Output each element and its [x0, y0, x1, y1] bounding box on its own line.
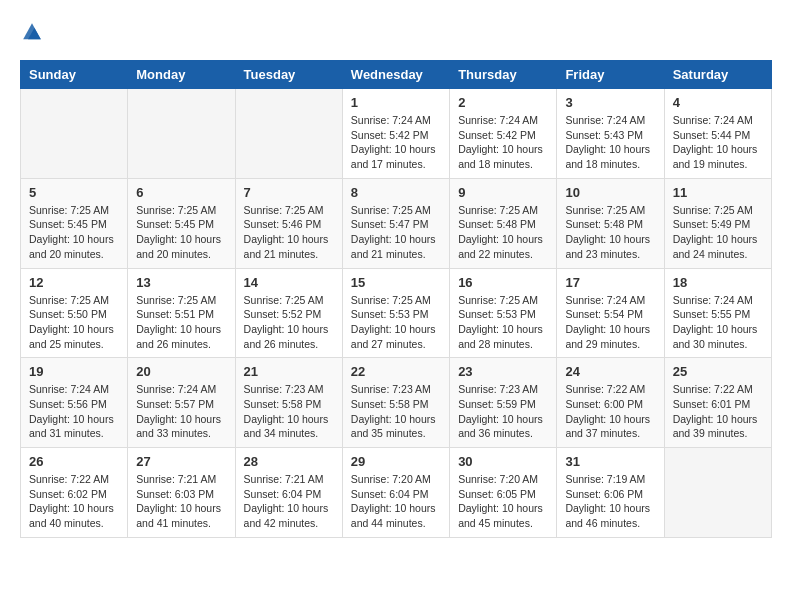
day-number: 25	[673, 364, 763, 379]
calendar-day-cell: 3Sunrise: 7:24 AMSunset: 5:43 PMDaylight…	[557, 89, 664, 179]
calendar-week-row: 26Sunrise: 7:22 AMSunset: 6:02 PMDayligh…	[21, 448, 772, 538]
day-number: 30	[458, 454, 548, 469]
day-info: Sunrise: 7:25 AMSunset: 5:45 PMDaylight:…	[29, 203, 119, 262]
day-number: 3	[565, 95, 655, 110]
calendar-week-row: 12Sunrise: 7:25 AMSunset: 5:50 PMDayligh…	[21, 268, 772, 358]
day-number: 1	[351, 95, 441, 110]
day-info: Sunrise: 7:24 AMSunset: 5:42 PMDaylight:…	[351, 113, 441, 172]
calendar-day-cell: 27Sunrise: 7:21 AMSunset: 6:03 PMDayligh…	[128, 448, 235, 538]
calendar-day-cell	[664, 448, 771, 538]
day-number: 11	[673, 185, 763, 200]
calendar-day-cell: 16Sunrise: 7:25 AMSunset: 5:53 PMDayligh…	[450, 268, 557, 358]
day-info: Sunrise: 7:24 AMSunset: 5:54 PMDaylight:…	[565, 293, 655, 352]
day-info: Sunrise: 7:25 AMSunset: 5:51 PMDaylight:…	[136, 293, 226, 352]
day-number: 13	[136, 275, 226, 290]
calendar-day-cell: 30Sunrise: 7:20 AMSunset: 6:05 PMDayligh…	[450, 448, 557, 538]
calendar-header-row: SundayMondayTuesdayWednesdayThursdayFrid…	[21, 61, 772, 89]
calendar-day-cell: 4Sunrise: 7:24 AMSunset: 5:44 PMDaylight…	[664, 89, 771, 179]
day-number: 15	[351, 275, 441, 290]
calendar-day-cell: 11Sunrise: 7:25 AMSunset: 5:49 PMDayligh…	[664, 178, 771, 268]
day-number: 14	[244, 275, 334, 290]
calendar-day-cell: 8Sunrise: 7:25 AMSunset: 5:47 PMDaylight…	[342, 178, 449, 268]
calendar-day-cell: 5Sunrise: 7:25 AMSunset: 5:45 PMDaylight…	[21, 178, 128, 268]
day-info: Sunrise: 7:25 AMSunset: 5:46 PMDaylight:…	[244, 203, 334, 262]
day-info: Sunrise: 7:25 AMSunset: 5:50 PMDaylight:…	[29, 293, 119, 352]
calendar-day-cell: 19Sunrise: 7:24 AMSunset: 5:56 PMDayligh…	[21, 358, 128, 448]
calendar-day-cell: 1Sunrise: 7:24 AMSunset: 5:42 PMDaylight…	[342, 89, 449, 179]
day-number: 31	[565, 454, 655, 469]
day-of-week-header: Monday	[128, 61, 235, 89]
calendar-day-cell: 25Sunrise: 7:22 AMSunset: 6:01 PMDayligh…	[664, 358, 771, 448]
day-number: 10	[565, 185, 655, 200]
calendar-day-cell: 20Sunrise: 7:24 AMSunset: 5:57 PMDayligh…	[128, 358, 235, 448]
day-info: Sunrise: 7:24 AMSunset: 5:44 PMDaylight:…	[673, 113, 763, 172]
calendar-day-cell	[235, 89, 342, 179]
day-of-week-header: Thursday	[450, 61, 557, 89]
day-info: Sunrise: 7:20 AMSunset: 6:05 PMDaylight:…	[458, 472, 548, 531]
day-info: Sunrise: 7:25 AMSunset: 5:48 PMDaylight:…	[565, 203, 655, 262]
calendar-day-cell: 10Sunrise: 7:25 AMSunset: 5:48 PMDayligh…	[557, 178, 664, 268]
day-number: 26	[29, 454, 119, 469]
calendar-day-cell: 28Sunrise: 7:21 AMSunset: 6:04 PMDayligh…	[235, 448, 342, 538]
day-number: 22	[351, 364, 441, 379]
day-number: 20	[136, 364, 226, 379]
calendar-day-cell: 22Sunrise: 7:23 AMSunset: 5:58 PMDayligh…	[342, 358, 449, 448]
day-of-week-header: Tuesday	[235, 61, 342, 89]
day-number: 24	[565, 364, 655, 379]
day-number: 29	[351, 454, 441, 469]
calendar-day-cell: 18Sunrise: 7:24 AMSunset: 5:55 PMDayligh…	[664, 268, 771, 358]
day-info: Sunrise: 7:23 AMSunset: 5:58 PMDaylight:…	[351, 382, 441, 441]
day-of-week-header: Friday	[557, 61, 664, 89]
day-number: 18	[673, 275, 763, 290]
day-info: Sunrise: 7:23 AMSunset: 5:58 PMDaylight:…	[244, 382, 334, 441]
day-info: Sunrise: 7:25 AMSunset: 5:52 PMDaylight:…	[244, 293, 334, 352]
day-info: Sunrise: 7:24 AMSunset: 5:57 PMDaylight:…	[136, 382, 226, 441]
day-number: 27	[136, 454, 226, 469]
day-number: 7	[244, 185, 334, 200]
day-number: 8	[351, 185, 441, 200]
day-number: 28	[244, 454, 334, 469]
calendar-table: SundayMondayTuesdayWednesdayThursdayFrid…	[20, 60, 772, 538]
calendar-day-cell: 6Sunrise: 7:25 AMSunset: 5:45 PMDaylight…	[128, 178, 235, 268]
calendar-body: 1Sunrise: 7:24 AMSunset: 5:42 PMDaylight…	[21, 89, 772, 538]
calendar-day-cell: 14Sunrise: 7:25 AMSunset: 5:52 PMDayligh…	[235, 268, 342, 358]
day-info: Sunrise: 7:25 AMSunset: 5:48 PMDaylight:…	[458, 203, 548, 262]
day-info: Sunrise: 7:23 AMSunset: 5:59 PMDaylight:…	[458, 382, 548, 441]
day-info: Sunrise: 7:19 AMSunset: 6:06 PMDaylight:…	[565, 472, 655, 531]
day-info: Sunrise: 7:25 AMSunset: 5:53 PMDaylight:…	[458, 293, 548, 352]
calendar-day-cell: 7Sunrise: 7:25 AMSunset: 5:46 PMDaylight…	[235, 178, 342, 268]
calendar-day-cell: 2Sunrise: 7:24 AMSunset: 5:42 PMDaylight…	[450, 89, 557, 179]
day-number: 12	[29, 275, 119, 290]
day-info: Sunrise: 7:21 AMSunset: 6:03 PMDaylight:…	[136, 472, 226, 531]
calendar-day-cell: 29Sunrise: 7:20 AMSunset: 6:04 PMDayligh…	[342, 448, 449, 538]
calendar-week-row: 5Sunrise: 7:25 AMSunset: 5:45 PMDaylight…	[21, 178, 772, 268]
day-number: 9	[458, 185, 548, 200]
page-header	[20, 20, 772, 44]
day-info: Sunrise: 7:22 AMSunset: 6:02 PMDaylight:…	[29, 472, 119, 531]
calendar-day-cell: 17Sunrise: 7:24 AMSunset: 5:54 PMDayligh…	[557, 268, 664, 358]
day-info: Sunrise: 7:24 AMSunset: 5:55 PMDaylight:…	[673, 293, 763, 352]
calendar-week-row: 19Sunrise: 7:24 AMSunset: 5:56 PMDayligh…	[21, 358, 772, 448]
calendar-day-cell: 26Sunrise: 7:22 AMSunset: 6:02 PMDayligh…	[21, 448, 128, 538]
day-info: Sunrise: 7:21 AMSunset: 6:04 PMDaylight:…	[244, 472, 334, 531]
day-number: 16	[458, 275, 548, 290]
day-info: Sunrise: 7:24 AMSunset: 5:42 PMDaylight:…	[458, 113, 548, 172]
day-number: 5	[29, 185, 119, 200]
day-info: Sunrise: 7:25 AMSunset: 5:45 PMDaylight:…	[136, 203, 226, 262]
logo-icon	[20, 20, 44, 44]
day-of-week-header: Saturday	[664, 61, 771, 89]
day-info: Sunrise: 7:24 AMSunset: 5:43 PMDaylight:…	[565, 113, 655, 172]
day-of-week-header: Wednesday	[342, 61, 449, 89]
day-of-week-header: Sunday	[21, 61, 128, 89]
day-number: 4	[673, 95, 763, 110]
day-info: Sunrise: 7:25 AMSunset: 5:47 PMDaylight:…	[351, 203, 441, 262]
day-info: Sunrise: 7:24 AMSunset: 5:56 PMDaylight:…	[29, 382, 119, 441]
day-number: 2	[458, 95, 548, 110]
day-number: 17	[565, 275, 655, 290]
day-info: Sunrise: 7:22 AMSunset: 6:01 PMDaylight:…	[673, 382, 763, 441]
calendar-day-cell: 31Sunrise: 7:19 AMSunset: 6:06 PMDayligh…	[557, 448, 664, 538]
calendar-week-row: 1Sunrise: 7:24 AMSunset: 5:42 PMDaylight…	[21, 89, 772, 179]
day-number: 23	[458, 364, 548, 379]
day-info: Sunrise: 7:22 AMSunset: 6:00 PMDaylight:…	[565, 382, 655, 441]
calendar-day-cell: 13Sunrise: 7:25 AMSunset: 5:51 PMDayligh…	[128, 268, 235, 358]
